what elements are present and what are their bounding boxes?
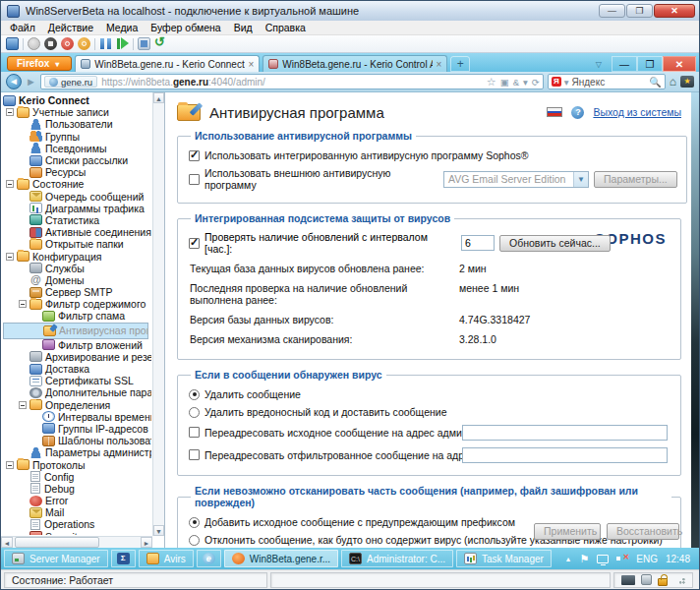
taskbar-button-folder[interactable]: Avirs (139, 550, 194, 567)
tree-item-ip-groups[interactable]: Группы IP-адресов (3, 423, 151, 435)
deliver-with-prefix-radio[interactable] (189, 517, 200, 528)
tree-item-security-log[interactable]: Security (3, 531, 151, 535)
update-now-button[interactable]: Обновить сейчас... (499, 235, 611, 252)
external-engine-select[interactable]: AVG Email Server Edition ▼ (443, 171, 589, 188)
sidebar-horizontal-scrollbar[interactable]: ◄ ► (1, 536, 152, 548)
taskbar-button-cmd[interactable]: C:\Administrator: C... (341, 550, 453, 567)
discard-message-radio[interactable] (189, 389, 200, 400)
logout-link[interactable]: Выход из системы (593, 106, 681, 118)
tree-item-status-folder[interactable]: Состояние (3, 178, 151, 190)
tree-item-delivery[interactable]: Доставка (3, 363, 151, 375)
tree-item-domains[interactable]: Домены (3, 274, 151, 286)
reset-button[interactable]: Восстановить (607, 523, 679, 540)
extension-icon[interactable]: & (513, 77, 519, 88)
tree-item-users[interactable]: Пользователи (3, 118, 151, 130)
check-updates-checkbox[interactable] (189, 238, 200, 249)
scroll-right-icon[interactable]: ► (141, 537, 152, 548)
forward-filtered-address-input[interactable] (462, 447, 668, 463)
clock[interactable]: 12:48 (666, 554, 690, 564)
sidebar-vertical-scrollbar[interactable]: ▲ ▼ (152, 92, 164, 536)
tree-item-archiving[interactable]: Архивирование и резервное (3, 351, 151, 363)
tree-root-kerio-connect[interactable]: Kerio Connect (3, 94, 151, 106)
search-box[interactable]: Я ▾ Яндекс 🔍 (548, 74, 666, 89)
site-identity-badge[interactable]: gene.ru (44, 76, 97, 88)
taskbar-button-internet-explorer[interactable]: e (197, 550, 221, 567)
tree-item-statistics[interactable]: Статистика (3, 214, 151, 226)
network-icon[interactable] (597, 555, 609, 563)
search-magnifier-icon[interactable]: 🔍 (649, 77, 661, 88)
tree-item-attachment-filter[interactable]: Фильтр вложений (3, 339, 151, 351)
start-icon[interactable] (28, 37, 40, 50)
volume-muted-icon[interactable] (616, 554, 628, 563)
tree-collapse-icon[interactable] (6, 108, 14, 116)
tree-item-configuration-folder[interactable]: Конфигурация (3, 250, 151, 262)
taskbar-button-task-manager[interactable]: Task Manager (456, 550, 552, 567)
url-bar[interactable]: gene.ru https://win8beta.gene.ru:4040/ad… (40, 74, 544, 89)
vm-minimize-button[interactable]: — (599, 4, 625, 18)
tree-item-services[interactable]: Службы (3, 263, 151, 274)
show-hidden-icons-icon[interactable]: ▲ (564, 556, 571, 562)
tree-item-error-log[interactable]: Error (3, 495, 151, 506)
engine-dropdown-icon[interactable]: ▾ (564, 77, 569, 88)
reject-message-radio[interactable] (189, 535, 200, 546)
ctrl-alt-del-icon[interactable] (6, 37, 19, 50)
tree-collapse-icon[interactable] (19, 300, 27, 308)
firefox-restore-button[interactable]: ❐ (637, 56, 663, 72)
vm-maximize-button[interactable]: ❐ (626, 4, 653, 18)
help-icon[interactable]: ? (571, 106, 584, 119)
tree-item-spam-filter[interactable]: Фильтр спама (3, 310, 151, 322)
tree-item-antivirus[interactable]: Антивирусная программа (3, 323, 148, 339)
tab-close-icon[interactable]: × (437, 59, 442, 70)
tree-item-active-connections[interactable]: Активные соединения (3, 226, 151, 238)
action-center-flag-icon[interactable]: ⚑ (579, 554, 589, 563)
language-indicator[interactable]: ENG (636, 554, 658, 564)
pause-icon[interactable] (99, 37, 112, 50)
scroll-up-icon[interactable]: ▲ (153, 92, 164, 103)
tree-item-groups[interactable]: Группы (3, 131, 151, 143)
forward-original-checkbox[interactable] (189, 427, 200, 438)
firefox-menu-button[interactable]: Firefox▾ (7, 56, 72, 71)
shutdown-icon[interactable] (61, 37, 74, 50)
resize-grip[interactable] (677, 576, 685, 584)
tree-item-aliases[interactable]: Псевдонимы (3, 143, 151, 154)
use-external-antivirus-checkbox[interactable] (189, 174, 200, 185)
tree-item-config-log[interactable]: Config (3, 471, 151, 483)
tree-collapse-icon[interactable] (6, 461, 14, 469)
tree-item-message-queue[interactable]: Очередь сообщений (3, 191, 151, 203)
tree-item-mail-log[interactable]: Mail (3, 506, 151, 518)
tree-item-accounts-folder[interactable]: Учетные записи (3, 106, 151, 118)
tree-item-logs-folder[interactable]: Протоколы (3, 458, 151, 470)
forward-original-address-input[interactable] (462, 425, 668, 441)
tab-kerio-control[interactable]: Win8Beta.gene.ru - Kerio Control Ad... × (262, 55, 447, 72)
menu-item[interactable]: Вид (228, 21, 259, 34)
tree-item-user-templates[interactable]: Шаблоны пользователей (3, 435, 151, 446)
scroll-left-icon[interactable]: ◄ (1, 537, 13, 548)
forward-button[interactable]: ► (26, 76, 36, 88)
tree-collapse-icon[interactable] (6, 253, 14, 261)
tree-item-mailing-lists[interactable]: Списки рассылки (3, 154, 151, 166)
tree-item-traffic-charts[interactable]: Диаграммы трафика (3, 203, 151, 214)
select-arrow-icon[interactable]: ▼ (573, 172, 588, 187)
bookmark-star-icon[interactable]: ☆ (487, 76, 496, 88)
snapshot-icon[interactable] (138, 37, 150, 50)
firefox-close-button[interactable]: ✕ (663, 56, 696, 72)
yandex-engine-icon[interactable]: Я (552, 77, 561, 87)
use-integrated-antivirus-checkbox[interactable] (189, 150, 200, 161)
home-button-icon[interactable]: ⌂ (670, 75, 676, 88)
revert-icon[interactable] (154, 37, 167, 50)
scroll-down-icon[interactable]: ▼ (153, 525, 164, 536)
reset-icon[interactable] (116, 37, 129, 50)
menu-item[interactable]: Файл (4, 21, 41, 34)
urlbar-dropdown-icon[interactable]: ▾ (523, 77, 528, 88)
taskbar-button-powershell[interactable]: Σ (111, 550, 136, 567)
tree-item-definitions-folder[interactable]: Определения (3, 399, 151, 411)
tree-item-opened-folders[interactable]: Открытые папки (3, 238, 151, 250)
update-interval-input[interactable] (461, 235, 495, 251)
menu-item[interactable]: Действие (42, 21, 99, 34)
save-icon[interactable] (78, 37, 90, 50)
tab-kerio-connect[interactable]: Win8Beta.gene.ru - Kerio Connect Ad... × (75, 55, 260, 72)
tab-list-chevron-icon[interactable]: ▽ (596, 60, 602, 69)
tree-item-debug-log[interactable]: Debug (3, 483, 151, 495)
new-tab-button[interactable]: + (450, 56, 470, 72)
tree-collapse-icon[interactable] (19, 401, 27, 409)
